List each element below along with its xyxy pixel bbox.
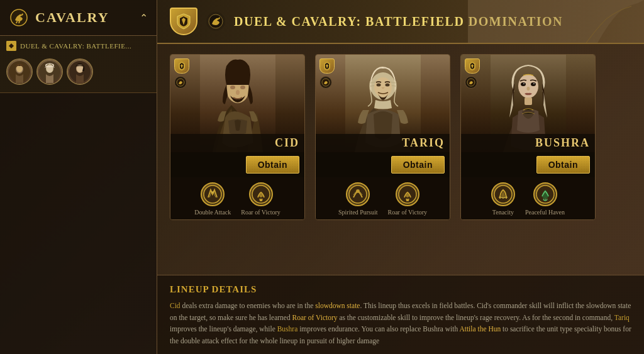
svg-point-17: [240, 86, 245, 89]
cid-faction-icon: [174, 58, 189, 74]
lineup-text-roar: Roar of Victory: [292, 314, 338, 321]
cards-row: CID Obtain: [170, 54, 631, 220]
tariq-obtain-area: Obtain: [316, 152, 450, 177]
roar-of-victory-icon-2: [396, 182, 419, 206]
sidebar-item-duel[interactable]: DUEL & CAVALRY: BATTLEFIE...: [0, 36, 157, 93]
cid-skill-2-name: Roar of Victory: [241, 209, 280, 216]
svg-point-36: [533, 83, 535, 84]
tariq-skill-1: Spirited Pursuit: [338, 182, 378, 216]
svg-point-18: [236, 90, 240, 95]
tariq-skills: Spirited Pursuit Roa: [316, 177, 450, 219]
bushra-skills: Tenacity Peaceful Ha: [461, 177, 595, 219]
cid-skill-1-name: Double Attack: [194, 209, 231, 216]
tariq-card: TARIQ Obtain: [315, 54, 450, 220]
svg-point-24: [374, 77, 392, 97]
lineup-text-tariq: Tariq: [614, 314, 630, 321]
bushra-skill-2: Peaceful Haven: [525, 182, 565, 216]
sidebar-header: CAVALRY ⌃: [0, 0, 157, 36]
cid-type-icon: [174, 76, 187, 89]
bushra-type-icon: [465, 76, 477, 89]
cid-skill-2: Roar of Victory: [241, 182, 280, 216]
cards-section: CID Obtain: [157, 44, 644, 275]
bushra-portrait-area: BUSHRA: [461, 55, 595, 152]
tariq-faction-icon: [319, 58, 335, 74]
main-content: DUEL & CAVALRY: BATTLEFIELD DOMINATION: [157, 0, 644, 354]
cid-obtain-area: Obtain: [170, 152, 304, 177]
lineup-text-slowdown: slowdown state: [315, 302, 360, 309]
lineup-text: Cid deals extra damage to enemies who ar…: [170, 300, 631, 346]
cid-obtain-button[interactable]: Obtain: [246, 156, 299, 174]
svg-point-34: [531, 82, 536, 86]
bushra-skill-2-name: Peaceful Haven: [525, 209, 565, 216]
svg-point-7: [47, 65, 53, 72]
chevron-up-icon[interactable]: ⌃: [140, 12, 148, 24]
svg-point-33: [521, 82, 526, 86]
lineup-text-bushra: Bushra: [277, 325, 298, 333]
tariq-type-icon: [319, 76, 332, 89]
bushra-skill-1: Tenacity: [491, 182, 515, 216]
lineup-text-cid: Cid: [170, 302, 180, 309]
spirited-pursuit-icon: [346, 182, 370, 206]
peaceful-haven-icon: [533, 182, 557, 206]
banner-horse-icon: [206, 12, 225, 31]
sidebar-header-left: CAVALRY: [9, 8, 109, 28]
bushra-obtain-area: Obtain: [461, 152, 595, 177]
tariq-portrait-area: TARIQ: [316, 55, 450, 152]
lineup-section: LINEUP DETAILS Cid deals extra damage to…: [157, 275, 644, 354]
bushra-card: BUSHRA Obtain: [460, 54, 596, 220]
svg-point-16: [230, 86, 235, 89]
bushra-obtain-button[interactable]: Obtain: [536, 156, 590, 174]
tariq-name: TARIQ: [402, 136, 445, 150]
svg-point-26: [385, 84, 389, 87]
cid-skills: Double Attack Roar o: [170, 177, 304, 219]
bushra-name: BUSHRA: [535, 136, 590, 150]
tariq-skill-1-name: Spirited Pursuit: [338, 209, 378, 216]
tenacity-icon: [491, 182, 515, 206]
roar-of-victory-icon-1: [249, 182, 273, 206]
cid-avatar: [6, 58, 33, 85]
svg-point-37: [526, 87, 530, 91]
svg-point-27: [349, 185, 367, 203]
sidebar-title: CAVALRY: [35, 9, 109, 26]
svg-point-25: [376, 84, 380, 87]
svg-point-28: [356, 189, 360, 193]
cid-skill-1: Double Attack: [194, 182, 231, 216]
cid-portrait-area: CID: [170, 55, 304, 152]
svg-rect-38: [525, 97, 532, 105]
bushra-skill-1-name: Tenacity: [492, 209, 514, 216]
double-attack-icon: [201, 182, 225, 206]
lineup-title: LINEUP DETAILS: [170, 284, 631, 295]
cid-name: CID: [275, 136, 299, 150]
avatar-row: [6, 56, 150, 87]
duel-icon: [6, 41, 16, 51]
tariq-obtain-button[interactable]: Obtain: [391, 156, 445, 174]
tariq-skill-2: Roar of Victory: [387, 182, 427, 216]
bushra-avatar: [67, 58, 93, 85]
svg-rect-11: [468, 0, 644, 43]
tariq-avatar: [36, 58, 63, 85]
horse-icon: [9, 8, 29, 28]
svg-point-35: [523, 83, 525, 84]
sidebar: CAVALRY ⌃ DUEL & CAVALRY: BATTLEFIE...: [0, 0, 157, 354]
sidebar-item-title: DUEL & CAVALRY: BATTLEFIE...: [6, 41, 150, 51]
banner-shield-icon: [170, 8, 197, 35]
sidebar-item-label: DUEL & CAVALRY: BATTLEFIE...: [20, 42, 131, 50]
cid-card: CID Obtain: [170, 54, 305, 220]
lineup-text-attila: Attila the Hun: [459, 325, 501, 333]
header-banner: DUEL & CAVALRY: BATTLEFIELD DOMINATION: [157, 0, 644, 44]
tariq-skill-2-name: Roar of Victory: [387, 209, 427, 216]
app-container: CAVALRY ⌃ DUEL & CAVALRY: BATTLEFIE...: [0, 0, 644, 354]
bushra-faction-icon: [465, 58, 480, 74]
